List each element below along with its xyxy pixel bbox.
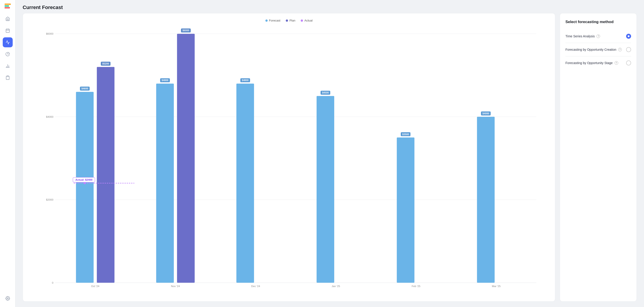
legend-plan-label: Plan	[290, 19, 295, 22]
chart-svg: $6000$4000$20000$4600$5200Oct '24$4800$6…	[42, 27, 550, 290]
chart-svg-container: $6000$4000$20000$4600$5200Oct '24$4800$6…	[28, 27, 550, 296]
legend-actual-label: Actual	[304, 19, 312, 22]
legend-actual-dot	[301, 20, 303, 22]
content-area: Forecast Plan Actual $6000$4000$20000$46…	[16, 13, 644, 307]
radio-0[interactable]	[626, 34, 631, 39]
sidebar-item-settings[interactable]	[3, 294, 13, 304]
svg-rect-41	[397, 138, 414, 282]
svg-text:Oct '24: Oct '24	[91, 284, 100, 288]
svg-text:Dec '24: Dec '24	[251, 284, 260, 288]
method-label-2: Forecasting by Opportunity Stage	[566, 61, 613, 65]
svg-text:$5200: $5200	[102, 62, 109, 65]
legend-plan-dot	[286, 20, 288, 22]
method-item-1[interactable]: Forecasting by Opportunity Creation ?	[566, 43, 631, 56]
legend-forecast-dot	[266, 20, 268, 22]
radio-inner-0	[628, 35, 630, 37]
svg-rect-26	[156, 84, 174, 283]
svg-text:$4000: $4000	[482, 112, 489, 115]
svg-text:$4000: $4000	[46, 115, 54, 118]
method-item-0[interactable]: Time Series Analysis ?	[566, 30, 631, 43]
sidebar-item-chart[interactable]	[3, 37, 13, 47]
method-item-2[interactable]: Forecasting by Opportunity Stage ?	[566, 56, 631, 70]
svg-rect-33	[236, 84, 254, 283]
logo-bar-3	[4, 7, 10, 8]
sidebar-item-home[interactable]	[3, 14, 13, 24]
svg-text:$2000: $2000	[46, 198, 54, 201]
right-panel: Select forecasting method Time Series An…	[560, 13, 637, 302]
svg-text:$6000: $6000	[46, 32, 54, 35]
page-title: Current Forecast	[23, 4, 637, 10]
sidebar	[0, 0, 16, 307]
svg-rect-29	[177, 34, 195, 283]
svg-rect-45	[477, 117, 494, 283]
svg-text:$4800: $4800	[242, 79, 249, 82]
method-left-1: Forecasting by Opportunity Creation ?	[566, 48, 622, 52]
svg-text:$4600: $4600	[82, 87, 88, 90]
svg-text:$4500: $4500	[322, 91, 329, 94]
logo-bar-1	[4, 4, 11, 5]
radio-2[interactable]	[626, 60, 631, 66]
main-content: Current Forecast Forecast Plan Actual	[16, 0, 644, 307]
legend-forecast: Forecast	[266, 19, 280, 22]
sidebar-item-bar[interactable]	[3, 61, 13, 71]
svg-rect-0	[6, 29, 9, 32]
svg-rect-19	[76, 92, 94, 283]
method-left-2: Forecasting by Opportunity Stage ?	[566, 61, 618, 65]
help-icon-2[interactable]: ?	[614, 61, 618, 65]
sidebar-item-pie[interactable]	[3, 49, 13, 59]
sidebar-item-clipboard[interactable]	[3, 73, 13, 83]
svg-text:Mar '25: Mar '25	[492, 284, 501, 288]
method-left-0: Time Series Analysis ?	[566, 34, 600, 38]
svg-text:Actual: $2400: Actual: $2400	[76, 178, 92, 181]
radio-1[interactable]	[626, 47, 631, 52]
svg-text:Feb '25: Feb '25	[412, 284, 420, 288]
svg-text:Nov '24: Nov '24	[171, 284, 180, 288]
legend-plan: Plan	[286, 19, 295, 22]
svg-text:$6000: $6000	[182, 29, 189, 32]
chart-legend: Forecast Plan Actual	[28, 19, 550, 22]
svg-text:$4800: $4800	[162, 79, 168, 82]
logo-bar-2	[4, 6, 9, 6]
svg-rect-8	[7, 76, 8, 76]
method-label-0: Time Series Analysis	[566, 34, 595, 38]
method-label-1: Forecasting by Opportunity Creation	[566, 48, 616, 52]
chart-panel: Forecast Plan Actual $6000$4000$20000$46…	[23, 13, 555, 302]
svg-text:$3500: $3500	[402, 133, 409, 136]
page-header: Current Forecast	[16, 0, 644, 13]
svg-rect-22	[97, 67, 114, 283]
svg-point-9	[7, 298, 8, 299]
legend-forecast-label: Forecast	[269, 19, 280, 22]
help-icon-1[interactable]: ?	[618, 48, 622, 52]
sidebar-item-calendar[interactable]	[3, 26, 13, 36]
svg-text:0: 0	[52, 281, 54, 284]
help-icon-0[interactable]: ?	[596, 34, 600, 38]
app-logo	[1, 4, 14, 8]
legend-actual: Actual	[301, 19, 312, 22]
svg-rect-37	[316, 96, 334, 283]
svg-text:Jan '25: Jan '25	[332, 284, 340, 288]
panel-title: Select forecasting method	[566, 20, 631, 24]
